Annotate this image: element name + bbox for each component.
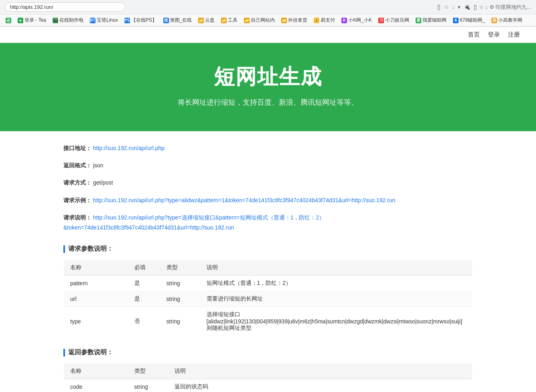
bookmark-4[interactable]: PS 【在线PS】 — [122, 16, 159, 24]
section-bar-request — [63, 245, 65, 253]
bookmark-label-9: 外挂拿货 — [288, 17, 307, 24]
request-params-table: 名称 必填 类型 说明 pattern 是 string 短网址模式（普通：1，… — [63, 260, 473, 336]
req-col-desc: 说明 — [200, 260, 473, 276]
bookmark-15[interactable]: 高 小高教学网 — [489, 16, 525, 24]
nav-register[interactable]: 注册 — [508, 31, 520, 39]
table-row: code string 返回的状态码 — [64, 379, 473, 392]
bookmarks-bar: 运 ● 登录 - Tea 🎬 在线制作电 BT 宝塔Linux PS 【在线PS… — [0, 14, 536, 26]
bookmark-icon-4: PS — [124, 18, 130, 23]
bookmark-2[interactable]: 🎬 在线制作电 — [50, 16, 86, 24]
main-content: 接口地址： http://suo.192.run/api/url.php 返回格… — [47, 131, 489, 392]
bookmark-icon-14: 6 — [453, 18, 459, 23]
bookmark-1[interactable]: ● 登录 - Tea — [15, 16, 49, 24]
api-url-row: 接口地址： http://suo.192.run/api/url.php — [63, 143, 473, 153]
desc-label: 请求说明： — [63, 214, 91, 221]
req-cell-type: string — [160, 276, 200, 291]
bookmark-icon-9: 📁 — [281, 18, 287, 23]
format-row: 返回格式： json — [63, 160, 473, 171]
bookmark-label-8: 自己网站内 — [251, 17, 275, 24]
bookmark-label-3: 宝塔Linux — [97, 17, 118, 24]
resp-col-name: 名称 — [64, 364, 128, 379]
response-params-heading: 返回参数说明： — [63, 348, 473, 357]
bookmark-icon-2: 🎬 — [53, 18, 58, 23]
bookmark-icon-11: K — [341, 18, 347, 23]
bookmark-label-4: 【在线PS】 — [131, 17, 157, 24]
req-col-type: 类型 — [160, 260, 200, 276]
extension-label: ⣿ ☆ ↓ ⚙ 印度两地约九... — [473, 4, 531, 11]
extension-icon[interactable]: 🔌 — [464, 4, 470, 10]
table-row: url 是 string 需要进行缩短的长网址 — [64, 291, 473, 307]
nav-login[interactable]: 登录 — [488, 31, 500, 39]
bookmark-icon-15: 高 — [491, 18, 497, 23]
req-col-name: 名称 — [64, 260, 128, 276]
resp-cell-name: code — [64, 379, 128, 392]
bookmark-5[interactable]: 抠 抠图_在线 — [161, 16, 195, 24]
example-label: 请求示例： — [63, 197, 91, 203]
resp-cell-type: string — [128, 379, 168, 392]
bookmark-icon-5: 抠 — [163, 18, 169, 23]
api-url-label: 接口地址： — [63, 145, 91, 151]
bookmark-label-14: 678辅助网_ — [460, 17, 485, 24]
hero-title: 短网址生成 — [16, 63, 520, 91]
req-cell-required: 否 — [128, 307, 160, 336]
bookmark-label-2: 在线制作电 — [59, 17, 83, 24]
req-cell-type: string — [160, 291, 200, 307]
example-row: 请求示例： http://suo.192.run/api/url.php?typ… — [63, 195, 473, 205]
desc-url[interactable]: http://suo.192.run/api/url.php?type=选择缩短… — [63, 214, 325, 231]
menu-icon[interactable]: ▾ — [458, 4, 461, 10]
bookmark-label-15: 小高教学网 — [498, 17, 522, 24]
bookmark-13[interactable]: 爱 我爱辅助网 — [413, 16, 449, 24]
req-col-required: 必填 — [128, 260, 160, 276]
bookmark-label-1: 登录 - Tea — [24, 17, 46, 24]
browser-chrome: http://apis.192.run/ ⣿ ☆ ↓ ▾ 🔌 ⣿ ☆ ↓ ⚙ 印… — [0, 0, 536, 27]
nav-links: 首页 登录 注册 — [468, 31, 520, 39]
nav-home[interactable]: 首页 — [468, 31, 480, 39]
response-params-title: 返回参数说明： — [68, 348, 113, 357]
bookmark-label-7: 工具 — [228, 17, 238, 24]
req-cell-name: type — [64, 307, 128, 336]
bookmark-11[interactable]: K 小K网_小K — [339, 16, 374, 24]
req-cell-desc: 选择缩短接口[alidwz|link|192|130|004|959|939|u… — [200, 307, 473, 336]
bookmark-label-5: 抠图_在线 — [170, 17, 192, 24]
method-value: get/post — [93, 179, 113, 186]
api-url-value[interactable]: http://suo.192.run/api/url.php — [93, 145, 164, 151]
apps-icon[interactable]: ⣿ — [437, 4, 441, 10]
bookmark-14[interactable]: 6 678辅助网_ — [451, 16, 487, 24]
site-nav: 首页 登录 注册 — [0, 27, 536, 43]
request-params-title: 请求参数说明： — [68, 245, 113, 253]
request-params-heading: 请求参数说明： — [63, 245, 473, 253]
req-cell-required: 是 — [128, 276, 160, 291]
req-cell-name: url — [64, 291, 128, 307]
bookmark-10[interactable]: 💰 易支付 — [311, 16, 337, 24]
format-label: 返回格式： — [63, 162, 91, 169]
request-table-header-row: 名称 必填 类型 说明 — [64, 260, 473, 276]
bookmark-12[interactable]: 刀 小刀娱乐网 — [376, 16, 412, 24]
bookmark-icon-12: 刀 — [378, 18, 384, 23]
bookmark-6[interactable]: 📁 云盘 — [196, 16, 217, 24]
bookmark-7[interactable]: 📁 工具 — [219, 16, 240, 24]
bookmark-icon-10: 💰 — [314, 18, 319, 23]
bookmark-icon-8: 📁 — [244, 18, 250, 23]
bookmark-icon-7: 📁 — [221, 18, 227, 23]
download-icon[interactable]: ↓ — [452, 4, 455, 10]
bookmark-3[interactable]: BT 宝塔Linux — [87, 16, 120, 24]
bookmark-label-12: 小刀娱乐网 — [385, 17, 409, 24]
address-bar: http://apis.192.run/ ⣿ ☆ ↓ ▾ 🔌 ⣿ ☆ ↓ ⚙ 印… — [0, 0, 536, 14]
resp-col-desc: 说明 — [168, 364, 473, 379]
table-row: pattern 是 string 短网址模式（普通：1，防红：2） — [64, 276, 473, 291]
format-value: json — [93, 162, 104, 169]
bookmark-label-10: 易支付 — [321, 17, 335, 24]
bookmark-label-13: 我爱辅助网 — [422, 17, 447, 24]
bookmark-9[interactable]: 📁 外挂拿货 — [279, 16, 310, 24]
resp-col-type: 类型 — [128, 364, 168, 379]
method-label: 请求方式： — [63, 179, 91, 186]
hero-subtitle: 将长网址进行缩短，支持百度、新浪、腾讯短网址等等。 — [16, 97, 520, 107]
bookmark-icon-0: 运 — [6, 18, 11, 23]
bookmark-8[interactable]: 📁 自己网站内 — [242, 16, 277, 24]
req-cell-desc: 短网址模式（普通：1，防红：2） — [200, 276, 473, 291]
bookmark-0[interactable]: 运 — [3, 17, 14, 24]
url-bar[interactable]: http://apis.192.run/ — [5, 2, 125, 12]
bookmark-label-11: 小K网_小K — [348, 17, 372, 24]
example-url[interactable]: http://suo.192.run/api/url.php?type=alid… — [93, 197, 395, 203]
star-icon[interactable]: ☆ — [444, 4, 449, 10]
